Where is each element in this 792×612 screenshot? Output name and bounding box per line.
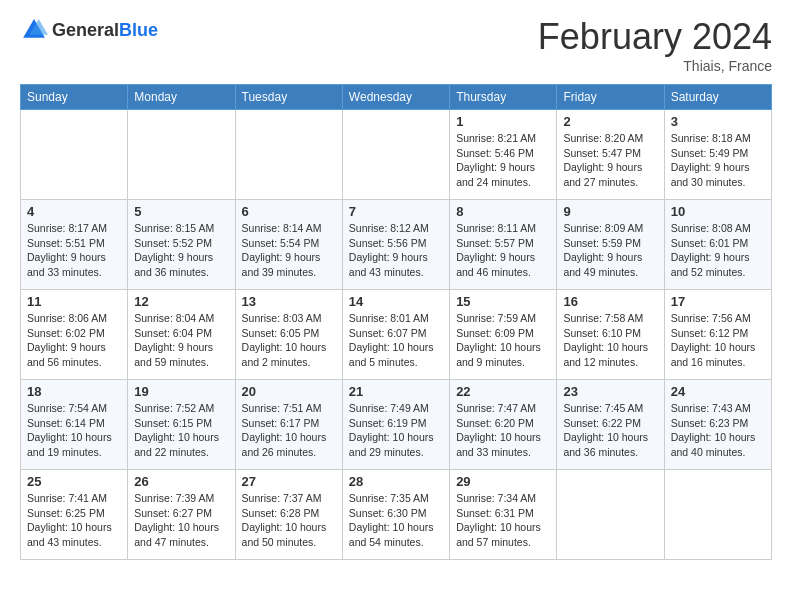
day-info: Sunrise: 8:21 AMSunset: 5:46 PMDaylight:… bbox=[456, 131, 550, 190]
logo-wordmark: GeneralBlue bbox=[52, 20, 158, 41]
day-cell-3: 3Sunrise: 8:18 AMSunset: 5:49 PMDaylight… bbox=[664, 110, 771, 200]
empty-cell bbox=[664, 470, 771, 560]
day-info: Sunrise: 8:20 AMSunset: 5:47 PMDaylight:… bbox=[563, 131, 657, 190]
day-info: Sunrise: 7:54 AMSunset: 6:14 PMDaylight:… bbox=[27, 401, 121, 460]
day-cell-7: 7Sunrise: 8:12 AMSunset: 5:56 PMDaylight… bbox=[342, 200, 449, 290]
day-cell-21: 21Sunrise: 7:49 AMSunset: 6:19 PMDayligh… bbox=[342, 380, 449, 470]
day-info: Sunrise: 7:45 AMSunset: 6:22 PMDaylight:… bbox=[563, 401, 657, 460]
day-number: 6 bbox=[242, 204, 336, 219]
day-info: Sunrise: 8:01 AMSunset: 6:07 PMDaylight:… bbox=[349, 311, 443, 370]
day-number: 25 bbox=[27, 474, 121, 489]
month-title: February 2024 bbox=[538, 16, 772, 58]
weekday-header-friday: Friday bbox=[557, 85, 664, 110]
weekday-header-monday: Monday bbox=[128, 85, 235, 110]
day-info: Sunrise: 7:34 AMSunset: 6:31 PMDaylight:… bbox=[456, 491, 550, 550]
day-cell-29: 29Sunrise: 7:34 AMSunset: 6:31 PMDayligh… bbox=[450, 470, 557, 560]
weekday-header-row: SundayMondayTuesdayWednesdayThursdayFrid… bbox=[21, 85, 772, 110]
day-number: 20 bbox=[242, 384, 336, 399]
day-cell-26: 26Sunrise: 7:39 AMSunset: 6:27 PMDayligh… bbox=[128, 470, 235, 560]
day-info: Sunrise: 8:09 AMSunset: 5:59 PMDaylight:… bbox=[563, 221, 657, 280]
day-cell-8: 8Sunrise: 8:11 AMSunset: 5:57 PMDaylight… bbox=[450, 200, 557, 290]
day-cell-1: 1Sunrise: 8:21 AMSunset: 5:46 PMDaylight… bbox=[450, 110, 557, 200]
logo-blue: Blue bbox=[119, 20, 158, 40]
day-cell-25: 25Sunrise: 7:41 AMSunset: 6:25 PMDayligh… bbox=[21, 470, 128, 560]
calendar-table: SundayMondayTuesdayWednesdayThursdayFrid… bbox=[20, 84, 772, 560]
empty-cell bbox=[557, 470, 664, 560]
day-info: Sunrise: 7:43 AMSunset: 6:23 PMDaylight:… bbox=[671, 401, 765, 460]
day-number: 28 bbox=[349, 474, 443, 489]
day-info: Sunrise: 8:12 AMSunset: 5:56 PMDaylight:… bbox=[349, 221, 443, 280]
day-cell-16: 16Sunrise: 7:58 AMSunset: 6:10 PMDayligh… bbox=[557, 290, 664, 380]
day-number: 16 bbox=[563, 294, 657, 309]
day-cell-11: 11Sunrise: 8:06 AMSunset: 6:02 PMDayligh… bbox=[21, 290, 128, 380]
day-cell-28: 28Sunrise: 7:35 AMSunset: 6:30 PMDayligh… bbox=[342, 470, 449, 560]
day-number: 24 bbox=[671, 384, 765, 399]
logo-general: General bbox=[52, 20, 119, 40]
day-cell-19: 19Sunrise: 7:52 AMSunset: 6:15 PMDayligh… bbox=[128, 380, 235, 470]
day-number: 11 bbox=[27, 294, 121, 309]
weekday-header-tuesday: Tuesday bbox=[235, 85, 342, 110]
day-cell-24: 24Sunrise: 7:43 AMSunset: 6:23 PMDayligh… bbox=[664, 380, 771, 470]
day-info: Sunrise: 8:15 AMSunset: 5:52 PMDaylight:… bbox=[134, 221, 228, 280]
day-info: Sunrise: 8:04 AMSunset: 6:04 PMDaylight:… bbox=[134, 311, 228, 370]
day-cell-27: 27Sunrise: 7:37 AMSunset: 6:28 PMDayligh… bbox=[235, 470, 342, 560]
day-cell-18: 18Sunrise: 7:54 AMSunset: 6:14 PMDayligh… bbox=[21, 380, 128, 470]
day-number: 5 bbox=[134, 204, 228, 219]
day-number: 9 bbox=[563, 204, 657, 219]
day-info: Sunrise: 8:06 AMSunset: 6:02 PMDaylight:… bbox=[27, 311, 121, 370]
weekday-header-wednesday: Wednesday bbox=[342, 85, 449, 110]
day-cell-17: 17Sunrise: 7:56 AMSunset: 6:12 PMDayligh… bbox=[664, 290, 771, 380]
day-info: Sunrise: 8:14 AMSunset: 5:54 PMDaylight:… bbox=[242, 221, 336, 280]
day-cell-23: 23Sunrise: 7:45 AMSunset: 6:22 PMDayligh… bbox=[557, 380, 664, 470]
day-number: 14 bbox=[349, 294, 443, 309]
day-number: 15 bbox=[456, 294, 550, 309]
day-info: Sunrise: 7:47 AMSunset: 6:20 PMDaylight:… bbox=[456, 401, 550, 460]
day-info: Sunrise: 7:49 AMSunset: 6:19 PMDaylight:… bbox=[349, 401, 443, 460]
day-cell-13: 13Sunrise: 8:03 AMSunset: 6:05 PMDayligh… bbox=[235, 290, 342, 380]
day-cell-22: 22Sunrise: 7:47 AMSunset: 6:20 PMDayligh… bbox=[450, 380, 557, 470]
day-cell-10: 10Sunrise: 8:08 AMSunset: 6:01 PMDayligh… bbox=[664, 200, 771, 290]
day-number: 29 bbox=[456, 474, 550, 489]
day-info: Sunrise: 7:35 AMSunset: 6:30 PMDaylight:… bbox=[349, 491, 443, 550]
day-cell-5: 5Sunrise: 8:15 AMSunset: 5:52 PMDaylight… bbox=[128, 200, 235, 290]
day-number: 1 bbox=[456, 114, 550, 129]
day-info: Sunrise: 7:58 AMSunset: 6:10 PMDaylight:… bbox=[563, 311, 657, 370]
page-header: GeneralBlue February 2024 Thiais, France bbox=[20, 16, 772, 74]
day-number: 3 bbox=[671, 114, 765, 129]
day-number: 17 bbox=[671, 294, 765, 309]
day-number: 2 bbox=[563, 114, 657, 129]
day-cell-12: 12Sunrise: 8:04 AMSunset: 6:04 PMDayligh… bbox=[128, 290, 235, 380]
day-info: Sunrise: 7:39 AMSunset: 6:27 PMDaylight:… bbox=[134, 491, 228, 550]
week-row-2: 4Sunrise: 8:17 AMSunset: 5:51 PMDaylight… bbox=[21, 200, 772, 290]
day-info: Sunrise: 7:51 AMSunset: 6:17 PMDaylight:… bbox=[242, 401, 336, 460]
day-info: Sunrise: 7:37 AMSunset: 6:28 PMDaylight:… bbox=[242, 491, 336, 550]
week-row-4: 18Sunrise: 7:54 AMSunset: 6:14 PMDayligh… bbox=[21, 380, 772, 470]
day-cell-4: 4Sunrise: 8:17 AMSunset: 5:51 PMDaylight… bbox=[21, 200, 128, 290]
day-info: Sunrise: 8:08 AMSunset: 6:01 PMDaylight:… bbox=[671, 221, 765, 280]
weekday-header-sunday: Sunday bbox=[21, 85, 128, 110]
day-info: Sunrise: 8:11 AMSunset: 5:57 PMDaylight:… bbox=[456, 221, 550, 280]
week-row-1: 1Sunrise: 8:21 AMSunset: 5:46 PMDaylight… bbox=[21, 110, 772, 200]
logo-icon bbox=[20, 16, 48, 44]
day-number: 4 bbox=[27, 204, 121, 219]
location: Thiais, France bbox=[538, 58, 772, 74]
day-info: Sunrise: 8:03 AMSunset: 6:05 PMDaylight:… bbox=[242, 311, 336, 370]
title-block: February 2024 Thiais, France bbox=[538, 16, 772, 74]
empty-cell bbox=[21, 110, 128, 200]
day-number: 18 bbox=[27, 384, 121, 399]
day-cell-14: 14Sunrise: 8:01 AMSunset: 6:07 PMDayligh… bbox=[342, 290, 449, 380]
week-row-5: 25Sunrise: 7:41 AMSunset: 6:25 PMDayligh… bbox=[21, 470, 772, 560]
day-number: 23 bbox=[563, 384, 657, 399]
day-info: Sunrise: 8:18 AMSunset: 5:49 PMDaylight:… bbox=[671, 131, 765, 190]
day-number: 8 bbox=[456, 204, 550, 219]
day-number: 21 bbox=[349, 384, 443, 399]
day-cell-20: 20Sunrise: 7:51 AMSunset: 6:17 PMDayligh… bbox=[235, 380, 342, 470]
day-number: 7 bbox=[349, 204, 443, 219]
day-info: Sunrise: 7:56 AMSunset: 6:12 PMDaylight:… bbox=[671, 311, 765, 370]
day-cell-9: 9Sunrise: 8:09 AMSunset: 5:59 PMDaylight… bbox=[557, 200, 664, 290]
weekday-header-saturday: Saturday bbox=[664, 85, 771, 110]
day-number: 13 bbox=[242, 294, 336, 309]
week-row-3: 11Sunrise: 8:06 AMSunset: 6:02 PMDayligh… bbox=[21, 290, 772, 380]
day-number: 26 bbox=[134, 474, 228, 489]
day-number: 10 bbox=[671, 204, 765, 219]
